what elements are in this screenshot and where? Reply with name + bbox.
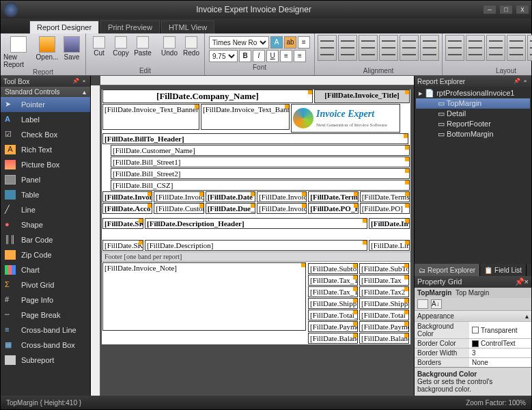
tab-report-explorer[interactable]: 🗂Report Explorer: [415, 264, 480, 276]
tb-pointer[interactable]: ➤Pointer: [1, 97, 90, 112]
align-button-2[interactable]: ≡: [280, 50, 292, 62]
prop-borderwidth-v[interactable]: 3: [469, 348, 531, 357]
field-desc-header[interactable]: [FillDate.Description_Header]: [145, 218, 367, 229]
tab-report-designer[interactable]: Report Designer: [29, 20, 99, 33]
prop-bgcolor-v[interactable]: Transparent: [469, 322, 531, 338]
undo-button[interactable]: Undo: [159, 35, 180, 57]
footer-band[interactable]: Footer [one band per report]: [102, 251, 410, 262]
tree-detail[interactable]: ▭ Detail: [416, 109, 530, 119]
close-button[interactable]: x: [516, 5, 529, 14]
tb-subreport[interactable]: Subreport: [1, 353, 90, 368]
tb-pivotgrid[interactable]: ΣPivot Grid: [1, 277, 90, 292]
prop-alpha-button[interactable]: A↓: [431, 299, 442, 309]
field-total-l[interactable]: [FillDate.Total_H: [308, 310, 358, 320]
field-bill-street1[interactable]: [FillDate.Bill_Street1]: [111, 156, 410, 167]
tree-reportfooter[interactable]: ▭ ReportFooter: [416, 119, 530, 129]
tb-pagebreak[interactable]: ┄Page Break: [1, 308, 90, 323]
field-r1-2[interactable]: [FillDate.Date: [206, 191, 255, 202]
field-line[interactable]: [FillDate.Line_: [369, 240, 410, 251]
copy-button[interactable]: Copy: [111, 35, 131, 57]
tree-topmargin[interactable]: ▭ TopMargin: [416, 98, 530, 109]
tab-print-preview[interactable]: Print Preview: [100, 20, 160, 33]
layout-2[interactable]: [466, 35, 485, 61]
panel-close-icon[interactable]: ×: [81, 78, 87, 85]
field-shipping-l[interactable]: [FillDate.Shipping: [308, 298, 358, 309]
field-balance-l[interactable]: [FillDate.Balance: [308, 333, 358, 344]
prop-borders-v[interactable]: None: [469, 358, 531, 367]
new-report-button[interactable]: New Report: [3, 35, 33, 68]
prop-cat-appearance[interactable]: Appearance▴: [415, 310, 531, 321]
prop-bordercolor-v[interactable]: ControlText: [469, 339, 531, 348]
redo-button[interactable]: Redo: [181, 35, 201, 57]
field-bill-csz[interactable]: [FillDate.Bill_CSZ]: [111, 180, 410, 191]
report-page[interactable]: [FillDate.Company_Name] [FillDate.Invoic…: [102, 90, 410, 344]
field-r2-4[interactable]: [FillDate.PO_H: [308, 203, 358, 214]
underline-button[interactable]: U: [266, 50, 279, 62]
paste-button[interactable]: Paste: [132, 35, 153, 57]
field-tax1-r[interactable]: [FillDate.Tax: [359, 275, 409, 286]
field-customer-name[interactable]: [FillDate.Customer_Name]: [111, 145, 410, 156]
panel-close-icon[interactable]: ×: [522, 78, 529, 85]
save-button[interactable]: Save: [61, 35, 83, 61]
panel-close-icon[interactable]: ×: [524, 277, 529, 286]
field-r1-1[interactable]: [FillDate.Invoice: [154, 191, 204, 202]
tree-root[interactable]: ▸ 📄 rptProfessionalInvoice1: [416, 88, 530, 98]
font-name-select[interactable]: Times New Roman: [209, 36, 269, 49]
font-size-select[interactable]: 9.75: [209, 50, 238, 62]
field-payment-r[interactable]: [FillDate.Payment: [359, 321, 409, 332]
field-description[interactable]: [FillDate.Description]: [145, 240, 367, 251]
field-r2-2[interactable]: [FillDate.Due_: [206, 203, 255, 214]
field-company-name[interactable]: [FillDate.Company_Name]: [102, 90, 313, 103]
field-tax2-r[interactable]: [FillDate.Tax2: [359, 286, 409, 297]
panel-pin-icon[interactable]: 📌: [515, 277, 524, 286]
field-balance-r[interactable]: [FillDate.BalanceD: [359, 333, 409, 344]
field-tax1-l[interactable]: [FillDate.Tax_Te: [308, 275, 358, 286]
italic-button[interactable]: I: [253, 50, 265, 62]
field-subtotal-r[interactable]: [FillDate.SubTotal: [359, 263, 409, 274]
align-grid-1[interactable]: [318, 35, 337, 61]
field-invoice-note[interactable]: [FillDate.Invoice_Note]: [102, 262, 306, 331]
tb-pageinfo[interactable]: #Page Info: [1, 292, 90, 308]
minimize-button[interactable]: –: [484, 5, 496, 14]
layout-3[interactable]: [486, 35, 505, 61]
field-banner1[interactable]: [FillDate.Invoice_Text_Banner]: [102, 104, 199, 130]
bold-button[interactable]: B: [239, 50, 251, 62]
field-banner2[interactable]: [FillDate.Invoice_Text_Banner2]: [201, 104, 290, 130]
field-subtotal-l[interactable]: [FillDate.Subtotal: [308, 263, 358, 274]
layout-5[interactable]: [527, 35, 532, 61]
tb-panel[interactable]: Panel: [1, 172, 90, 187]
field-r2-0[interactable]: [FillDate.Acco: [102, 203, 152, 214]
field-r2-3[interactable]: [FillDate.Invoice: [257, 203, 307, 214]
field-r1-4[interactable]: [FillDate.Term: [308, 191, 358, 202]
logo-box[interactable]: Invoice ExpertNext Generation of Invoice…: [291, 104, 400, 133]
field-r1-0[interactable]: [FillDate.Invoic: [102, 191, 152, 202]
back-color-button[interactable]: ab: [284, 36, 296, 49]
tb-crossband-line[interactable]: ≡Cross-band Line: [1, 323, 90, 338]
tb-line[interactable]: ╱Line: [1, 202, 90, 217]
field-billto-header[interactable]: [FillDate.BillTo_Header]: [102, 133, 408, 144]
font-color-button[interactable]: A: [270, 36, 283, 49]
panel-pin-icon[interactable]: 📌: [514, 78, 520, 85]
toolbox-category[interactable]: Standard Controls▴: [1, 87, 90, 97]
tab-field-list[interactable]: 📋Field List: [480, 264, 527, 276]
prop-categorized-button[interactable]: [417, 299, 428, 309]
tb-zipcode[interactable]: Zip Code: [1, 247, 90, 262]
field-tax2-l[interactable]: [FillDate.Tax_Te: [308, 286, 358, 297]
field-r1-3[interactable]: [FillDate.Invoice: [257, 191, 307, 202]
tb-shape[interactable]: ●Shape: [1, 217, 90, 232]
cut-button[interactable]: Cut: [89, 35, 109, 57]
align-grid-3[interactable]: [359, 35, 378, 61]
tb-barcode[interactable]: ║║Bar Code: [1, 232, 90, 247]
open-button[interactable]: Open...: [35, 35, 59, 61]
field-total-r[interactable]: [FillDate.Total: [359, 310, 409, 320]
design-canvas[interactable]: [FillDate.Company_Name] [FillDate.Invoic…: [100, 85, 414, 396]
align-button-3[interactable]: ≡: [294, 50, 306, 62]
tb-chart[interactable]: Chart: [1, 262, 90, 277]
field-bill-street2[interactable]: [FillDate.Bill_Street2]: [111, 168, 410, 179]
panel-pin-icon[interactable]: 📌: [72, 78, 79, 85]
tb-picturebox[interactable]: Picture Box: [1, 157, 90, 172]
tb-richtext[interactable]: ARich Text: [1, 142, 90, 157]
tb-crossband-box[interactable]: ▦Cross-band Box: [1, 338, 90, 353]
align-grid-4[interactable]: [379, 35, 398, 61]
horizontal-ruler[interactable]: [100, 76, 414, 85]
